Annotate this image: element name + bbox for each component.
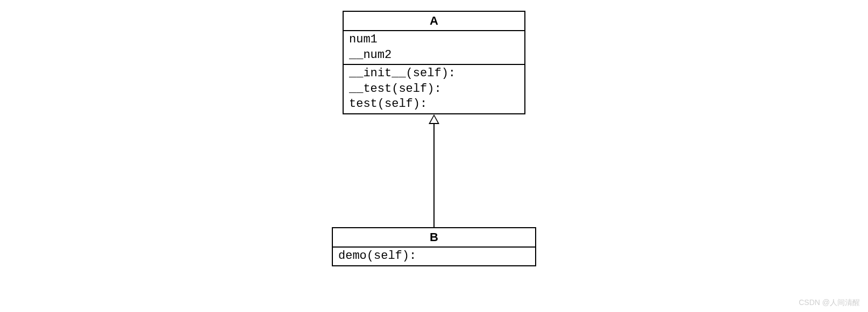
method-row: demo(self): — [338, 249, 530, 264]
arrow-line — [433, 124, 435, 227]
arrow-head-icon — [429, 114, 439, 124]
class-a-methods: __init__(self): __test(self): test(self)… — [344, 65, 524, 113]
class-b-name: B — [333, 228, 535, 248]
method-row: test(self): — [349, 97, 519, 112]
class-a-box: A num1 __num2 __init__(self): __test(sel… — [343, 11, 525, 114]
class-b-methods: demo(self): — [333, 248, 535, 265]
attribute-row: num1 — [349, 32, 519, 48]
class-b-box: B demo(self): — [332, 227, 536, 266]
attribute-row: __num2 — [349, 48, 519, 63]
watermark-text: CSDN @人间清醒 — [799, 298, 860, 308]
uml-diagram: A num1 __num2 __init__(self): __test(sel… — [332, 11, 536, 266]
class-a-attributes: num1 __num2 — [344, 31, 524, 65]
inheritance-arrow — [429, 114, 439, 227]
method-row: __init__(self): — [349, 66, 519, 82]
class-a-name: A — [344, 12, 524, 31]
method-row: __test(self): — [349, 82, 519, 97]
